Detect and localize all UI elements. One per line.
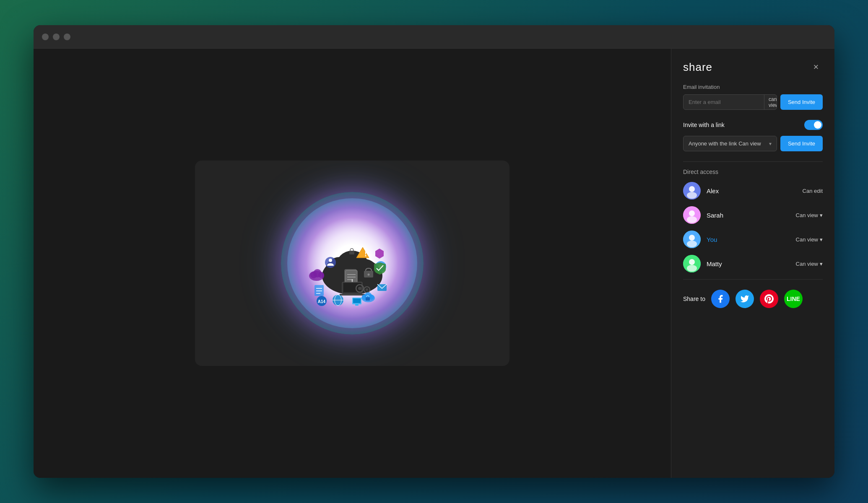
chevron-down-icon: ▾ <box>820 261 823 267</box>
toggle-knob <box>814 121 821 129</box>
line-icon: LINE <box>787 296 800 302</box>
svg-point-59 <box>689 259 695 265</box>
divider-2 <box>683 279 823 280</box>
link-section-header: Invite with a link <box>683 120 823 130</box>
share-panel: share × Email invitation can view ▾ Send… <box>671 49 834 478</box>
avatar-sarah <box>683 206 701 224</box>
link-toggle[interactable] <box>804 120 823 130</box>
pinterest-share-button[interactable] <box>760 290 778 308</box>
link-section-label: Invite with a link <box>683 122 725 128</box>
close-button[interactable]: × <box>809 60 823 74</box>
link-select-row: Anyone with the link Can view ▾ Send Inv… <box>683 136 823 151</box>
link-send-button[interactable]: Send Invite <box>780 136 823 151</box>
svg-point-16 <box>358 287 361 290</box>
user-permission-you[interactable]: Can view ▾ <box>796 236 823 243</box>
cloud-svg-wrap: A14 <box>281 192 424 334</box>
avatar-matty <box>683 255 701 272</box>
share-title: share <box>683 61 712 74</box>
email-send-button[interactable]: Send Invite <box>780 94 823 110</box>
avatar-you <box>683 231 701 248</box>
svg-point-60 <box>687 265 697 272</box>
traffic-light-minimize[interactable] <box>53 34 60 40</box>
share-to-row: Share to LINE <box>683 286 823 308</box>
svg-rect-31 <box>314 285 324 296</box>
svg-point-54 <box>687 216 697 223</box>
svg-point-56 <box>689 235 695 241</box>
title-bar <box>34 25 834 49</box>
email-section-label: Email invitation <box>683 84 823 90</box>
user-name-alex: Alex <box>707 187 797 194</box>
user-name-sarah: Sarah <box>707 212 790 219</box>
email-input[interactable] <box>683 95 764 109</box>
facebook-share-button[interactable] <box>711 290 730 308</box>
user-permission-sarah[interactable]: Can view ▾ <box>796 212 823 218</box>
email-permission-dropdown[interactable]: can view ▾ <box>764 95 777 109</box>
traffic-light-maximize[interactable] <box>64 34 70 40</box>
cloud-illustration: A14 <box>281 192 424 334</box>
user-name-you: You <box>707 236 790 243</box>
user-row-sarah: Sarah Can view ▾ <box>683 206 823 224</box>
user-row-alex: Alex Can edit <box>683 182 823 200</box>
user-row-matty: Matty Can view ▾ <box>683 255 823 272</box>
chevron-down-icon: ▾ <box>769 141 772 147</box>
share-header: share × <box>683 60 823 74</box>
svg-point-25 <box>325 257 336 268</box>
line-share-button[interactable]: LINE <box>784 290 803 308</box>
svg-point-22 <box>365 255 366 257</box>
svg-point-57 <box>687 241 697 247</box>
svg-rect-42 <box>355 304 359 306</box>
user-permission-matty[interactable]: Can view ▾ <box>796 261 823 267</box>
svg-rect-14 <box>340 294 365 296</box>
link-select-value: Anyone with the link Can view <box>689 140 769 147</box>
direct-access-label: Direct access <box>683 169 823 175</box>
avatar-alex <box>683 182 701 200</box>
svg-point-51 <box>687 192 697 199</box>
main-area: A14 <box>34 49 671 478</box>
user-name-matty: Matty <box>707 260 790 267</box>
chevron-down-icon: ▾ <box>820 236 823 243</box>
link-permission-select[interactable]: Anyone with the link Can view ▾ <box>683 136 777 151</box>
app-content: A14 <box>34 49 834 478</box>
app-window: A14 <box>34 25 834 478</box>
svg-rect-19 <box>349 251 354 254</box>
email-input-wrap: can view ▾ <box>683 94 777 110</box>
share-to-label: Share to <box>683 296 705 302</box>
svg-point-11 <box>368 274 370 276</box>
user-permission-alex: Can edit <box>803 188 823 194</box>
email-row: can view ▾ Send Invite <box>683 94 823 110</box>
svg-point-26 <box>329 259 332 262</box>
svg-point-30 <box>318 272 324 278</box>
svg-point-18 <box>366 288 368 291</box>
preview-box: A14 <box>195 161 509 366</box>
divider-1 <box>683 161 823 162</box>
chevron-down-icon: ▾ <box>820 212 823 218</box>
svg-point-50 <box>689 186 695 192</box>
svg-point-53 <box>689 210 695 216</box>
svg-text:A14: A14 <box>318 299 326 304</box>
svg-rect-41 <box>353 298 361 303</box>
traffic-light-close[interactable] <box>42 34 49 40</box>
twitter-share-button[interactable] <box>735 290 754 308</box>
svg-rect-47 <box>366 297 370 301</box>
user-row-you: You Can view ▾ <box>683 231 823 248</box>
svg-marker-23 <box>375 249 384 259</box>
